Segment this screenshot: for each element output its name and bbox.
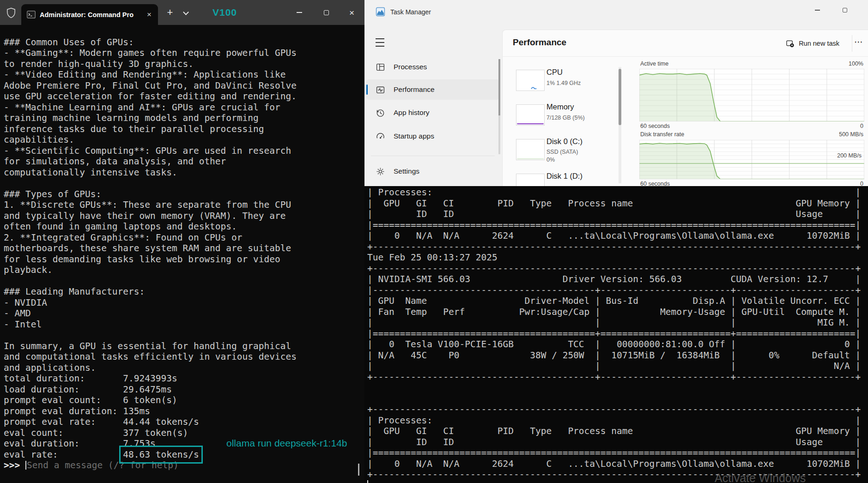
startup-apps-icon — [376, 132, 385, 141]
stat-row: prompt eval rate:44.44 tokens/s — [4, 417, 364, 428]
cmd-icon — [27, 11, 36, 18]
metric-detail: 7/128 GB (5%) — [546, 115, 585, 121]
sidebar-item-label: Performance — [394, 85, 435, 94]
chart2-title: Disk transfer rate — [640, 131, 684, 138]
performance-icon — [376, 85, 385, 95]
stat-row: prompt eval duration:135ms — [4, 406, 364, 417]
sidebar-item-processes[interactable]: Processes — [366, 57, 499, 77]
ollama-note: ollama run deepseek-r1:14b — [226, 438, 347, 449]
metric-name: Disk 1 (D:) — [546, 172, 583, 181]
run-new-task-icon — [786, 39, 795, 48]
run-new-task-label: Run new task — [799, 40, 839, 47]
chevron-down-icon[interactable] — [183, 9, 189, 15]
sidebar-item-label: Processes — [394, 63, 427, 71]
terminal-prompt[interactable]: >>> Send a message (/? for help) — [4, 460, 364, 471]
prompt-symbol: >>> — [4, 460, 25, 471]
task-manager-title: Task Manager — [390, 8, 431, 16]
active-time-chart — [639, 69, 864, 121]
activate-windows-watermark: Activate Windows — [715, 471, 806, 483]
page-title: Performance — [513, 37, 566, 48]
terminal-body: ### Common Uses of GPUs: - **Gaming**: M… — [0, 25, 364, 471]
terminal-minimize-button[interactable] — [286, 0, 312, 25]
stat-row: eval count:377 token(s) — [4, 428, 364, 439]
task-manager-icon — [376, 7, 385, 17]
task-manager-window: Task Manager Processes — [364, 0, 868, 186]
sidebar-item-performance[interactable]: Performance — [366, 79, 499, 100]
metric-detail: SSD (SATA) — [546, 149, 578, 155]
terminal-titlebar: Administrator: Command Pro × + V100 × — [0, 0, 364, 25]
console-output: | Processes: | | GPU GI CI PID Type Proc… — [364, 186, 868, 480]
v100-overlay-label: V100 — [212, 7, 237, 18]
stat-row: total duration:7.9243993s — [4, 373, 364, 384]
terminal-close-button[interactable]: × — [339, 0, 364, 25]
task-manager-titlebar: Task Manager — [364, 0, 868, 25]
tab-close-icon[interactable]: × — [145, 11, 153, 18]
chart2-ymax-label: 500 MB/s — [839, 131, 863, 138]
terminal-maximize-button[interactable] — [313, 0, 339, 25]
chart1-xleft-label: 60 seconds — [640, 123, 670, 129]
sidebar-scrollbar[interactable] — [498, 59, 500, 154]
metrics-scrollbar[interactable] — [619, 67, 621, 183]
sidebar-item-label: App history — [394, 109, 430, 117]
metric-name: Memory — [546, 103, 574, 111]
chart1-xright-label: 0 — [860, 123, 863, 129]
shield-icon — [6, 7, 16, 18]
processes-icon — [376, 62, 385, 72]
disk1-thumbnail — [516, 174, 545, 186]
memory-thumbnail — [516, 104, 545, 126]
prompt-cursor — [25, 461, 26, 470]
stat-row: load duration:29.6475ms — [4, 384, 364, 395]
prompt-hint: Send a message (/? for help) — [27, 460, 179, 471]
sidebar-item-app-history[interactable]: App history — [366, 103, 499, 123]
ellipsis-icon: ⋯ — [854, 37, 863, 47]
new-tab-button[interactable]: + — [163, 6, 177, 20]
more-button[interactable]: ⋯ — [854, 36, 866, 47]
chart1-ymax-label: 100% — [849, 60, 863, 67]
stat-row: eval rate:48.63 tokens/s — [4, 449, 364, 460]
app-history-icon — [376, 108, 385, 118]
screen: Administrator: Command Pro × + V100 × ##… — [0, 0, 868, 483]
sidebar-divider — [371, 156, 495, 156]
header-separator — [852, 35, 852, 52]
sidebar-item-startup-apps[interactable]: Startup apps — [366, 126, 499, 146]
ref-line-label: 200 MB/s — [837, 152, 862, 159]
settings-icon — [376, 167, 385, 176]
gpu-console: | Processes: | | GPU GI CI PID Type Proc… — [364, 186, 868, 483]
hamburger-icon — [376, 38, 384, 39]
right-pane: Task Manager Processes — [364, 0, 868, 483]
disk-rate-chart: 200 MB/s — [639, 140, 864, 179]
chart1-title: Active time — [640, 60, 668, 67]
sidebar-item-label: Startup apps — [394, 132, 434, 140]
tm-minimize-button[interactable] — [807, 1, 827, 19]
tab-title: Administrator: Command Pro — [40, 11, 141, 18]
metric-detail: 0% — [546, 157, 555, 163]
console-cursor — [367, 480, 368, 483]
sidebar-item-settings[interactable]: Settings — [366, 161, 499, 181]
metric-name: CPU — [546, 68, 563, 77]
terminal-window: Administrator: Command Pro × + V100 × ##… — [0, 0, 364, 483]
chart2-xleft-label: 60 seconds — [640, 181, 670, 186]
disk0-thumbnail — [516, 139, 545, 160]
sidebar-item-label: Settings — [394, 167, 419, 175]
chart2-xright-label: 0 — [860, 181, 863, 186]
terminal-scrollbar[interactable] — [358, 464, 359, 476]
run-new-task-button[interactable]: Run new task — [782, 36, 843, 51]
cpu-thumbnail — [516, 70, 545, 91]
tm-maximize-button[interactable] — [835, 1, 855, 19]
tm-content-card: Performance Run new task ⋯ — [502, 30, 868, 186]
hamburger-button[interactable] — [375, 37, 388, 48]
header-divider — [503, 56, 868, 57]
metric-name: Disk 0 (C:) — [546, 137, 583, 146]
terminal-tab[interactable]: Administrator: Command Pro × — [21, 4, 158, 25]
terminal-output: ### Common Uses of GPUs: - **Gaming**: M… — [4, 26, 364, 373]
stat-row: prompt eval count:6 token(s) — [4, 395, 364, 406]
metric-detail: 1% 1.49 GHz — [546, 80, 581, 86]
